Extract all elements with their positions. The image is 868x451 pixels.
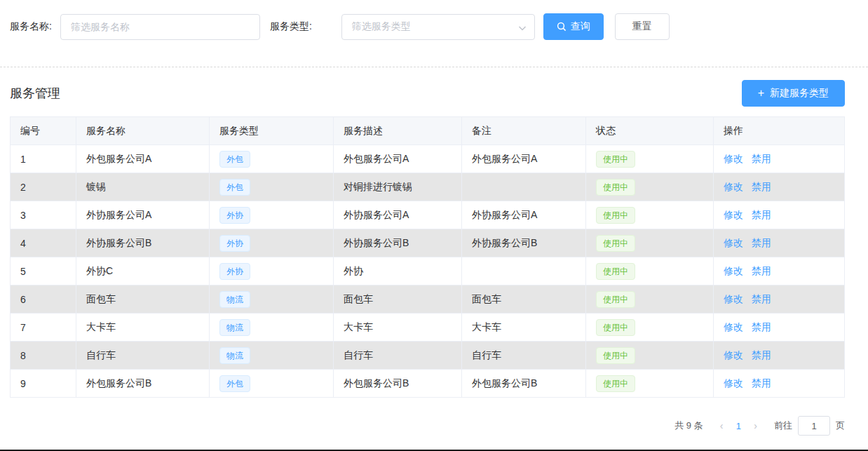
table-row: 9外包服务公司B外包外包服务公司B外包服务公司B使用中修改禁用 <box>11 370 845 398</box>
cell-note <box>462 173 586 201</box>
table-row: 3外协服务公司A外协外协服务公司A外协服务公司A使用中修改禁用 <box>11 201 845 229</box>
service-type-tag: 外协 <box>219 235 250 252</box>
cell-status: 使用中 <box>586 229 714 257</box>
filter-bar: 服务名称: 服务类型: 筛选服务类型 查询 重置 <box>0 0 868 40</box>
cell-desc: 外协 <box>334 257 462 285</box>
edit-link[interactable]: 修改 <box>724 349 743 361</box>
table-row: 8自行车物流自行车自行车使用中修改禁用 <box>11 342 845 370</box>
cell-id: 3 <box>11 201 76 229</box>
disable-link[interactable]: 禁用 <box>752 293 771 304</box>
disable-link[interactable]: 禁用 <box>752 209 771 220</box>
cell-status: 使用中 <box>586 145 714 173</box>
status-badge: 使用中 <box>596 347 635 364</box>
cell-actions: 修改禁用 <box>714 257 845 285</box>
col-status: 状态 <box>586 117 714 145</box>
cell-type: 外协 <box>210 201 334 229</box>
disable-link[interactable]: 禁用 <box>752 265 771 276</box>
status-badge: 使用中 <box>596 235 635 252</box>
cell-id: 1 <box>11 145 76 173</box>
cell-status: 使用中 <box>586 285 714 314</box>
table-body: 1外包服务公司A外包外包服务公司A外包服务公司A使用中修改禁用2镀锡外包对铜排进… <box>11 145 845 398</box>
service-type-select[interactable]: 筛选服务类型 <box>341 14 535 40</box>
service-table: 编号 服务名称 服务类型 服务描述 备注 状态 操作 1外包服务公司A外包外包服… <box>10 116 845 398</box>
plus-icon: + <box>758 88 764 99</box>
table-header-row: 编号 服务名称 服务类型 服务描述 备注 状态 操作 <box>11 117 845 145</box>
service-type-tag: 外协 <box>219 263 250 280</box>
status-badge: 使用中 <box>596 151 635 168</box>
cell-type: 外包 <box>210 145 334 173</box>
col-note: 备注 <box>462 117 586 145</box>
edit-link[interactable]: 修改 <box>724 209 743 220</box>
edit-link[interactable]: 修改 <box>724 321 743 332</box>
create-service-type-label: 新建服务类型 <box>770 87 829 100</box>
cell-actions: 修改禁用 <box>714 314 845 342</box>
disable-link[interactable]: 禁用 <box>752 181 771 192</box>
search-icon <box>557 22 567 32</box>
pagination-page-1[interactable]: 1 <box>728 421 748 431</box>
service-type-tag: 物流 <box>219 291 250 308</box>
cell-type: 物流 <box>210 285 334 314</box>
cell-name: 外包服务公司A <box>76 145 210 173</box>
edit-link[interactable]: 修改 <box>724 293 743 304</box>
cell-type: 外包 <box>210 370 334 398</box>
edit-link[interactable]: 修改 <box>724 181 743 192</box>
disable-link[interactable]: 禁用 <box>752 349 771 361</box>
pagination-goto-input[interactable] <box>798 416 830 436</box>
status-badge: 使用中 <box>596 207 635 224</box>
cell-name: 外协服务公司A <box>76 201 210 229</box>
col-desc: 服务描述 <box>334 117 462 145</box>
status-badge: 使用中 <box>596 179 635 196</box>
cell-note: 外协服务公司A <box>462 201 586 229</box>
edit-link[interactable]: 修改 <box>724 153 743 164</box>
service-type-tag: 物流 <box>219 319 250 336</box>
service-type-tag: 外包 <box>219 151 250 168</box>
cell-status: 使用中 <box>586 342 714 370</box>
search-button-label: 查询 <box>571 20 590 33</box>
col-id: 编号 <box>11 117 76 145</box>
cell-actions: 修改禁用 <box>714 173 845 201</box>
cell-name: 大卡车 <box>76 314 210 342</box>
table-row: 4外协服务公司B外协外协服务公司B外协服务公司B使用中修改禁用 <box>11 229 845 257</box>
create-service-type-button[interactable]: + 新建服务类型 <box>742 80 845 107</box>
search-button[interactable]: 查询 <box>543 13 604 40</box>
disable-link[interactable]: 禁用 <box>752 321 771 332</box>
table-row: 1外包服务公司A外包外包服务公司A外包服务公司A使用中修改禁用 <box>11 145 845 173</box>
cell-status: 使用中 <box>586 201 714 229</box>
service-type-tag: 外协 <box>219 207 250 224</box>
cell-type: 外协 <box>210 257 334 285</box>
cell-actions: 修改禁用 <box>714 229 845 257</box>
cell-note: 外包服务公司A <box>462 145 586 173</box>
edit-link[interactable]: 修改 <box>724 237 743 248</box>
col-name: 服务名称 <box>76 117 210 145</box>
service-type-tag: 物流 <box>219 347 250 364</box>
status-badge: 使用中 <box>596 375 635 392</box>
reset-button[interactable]: 重置 <box>615 13 670 40</box>
pagination: 共 9 条 ‹ 1 › 前往 页 <box>10 416 845 436</box>
cell-note: 外包服务公司B <box>462 370 586 398</box>
disable-link[interactable]: 禁用 <box>752 237 771 248</box>
edit-link[interactable]: 修改 <box>724 265 743 276</box>
cell-status: 使用中 <box>586 370 714 398</box>
pagination-next-button[interactable]: › <box>748 420 763 431</box>
disable-link[interactable]: 禁用 <box>752 153 771 164</box>
cell-status: 使用中 <box>586 314 714 342</box>
pagination-prev-button[interactable]: ‹ <box>714 420 729 431</box>
cell-desc: 面包车 <box>334 285 462 314</box>
cell-desc: 外包服务公司A <box>334 145 462 173</box>
cell-actions: 修改禁用 <box>714 370 845 398</box>
cell-desc: 大卡车 <box>334 314 462 342</box>
service-name-input[interactable] <box>60 14 260 40</box>
table-row: 6面包车物流面包车面包车使用中修改禁用 <box>11 285 845 314</box>
edit-link[interactable]: 修改 <box>724 377 743 389</box>
col-type: 服务类型 <box>210 117 334 145</box>
cell-actions: 修改禁用 <box>714 201 845 229</box>
cell-id: 6 <box>11 285 76 314</box>
cell-note: 自行车 <box>462 342 586 370</box>
cell-type: 物流 <box>210 314 334 342</box>
cell-id: 5 <box>11 257 76 285</box>
status-badge: 使用中 <box>596 319 635 336</box>
cell-id: 7 <box>11 314 76 342</box>
cell-desc: 外包服务公司B <box>334 370 462 398</box>
cell-note <box>462 257 586 285</box>
disable-link[interactable]: 禁用 <box>752 377 771 389</box>
